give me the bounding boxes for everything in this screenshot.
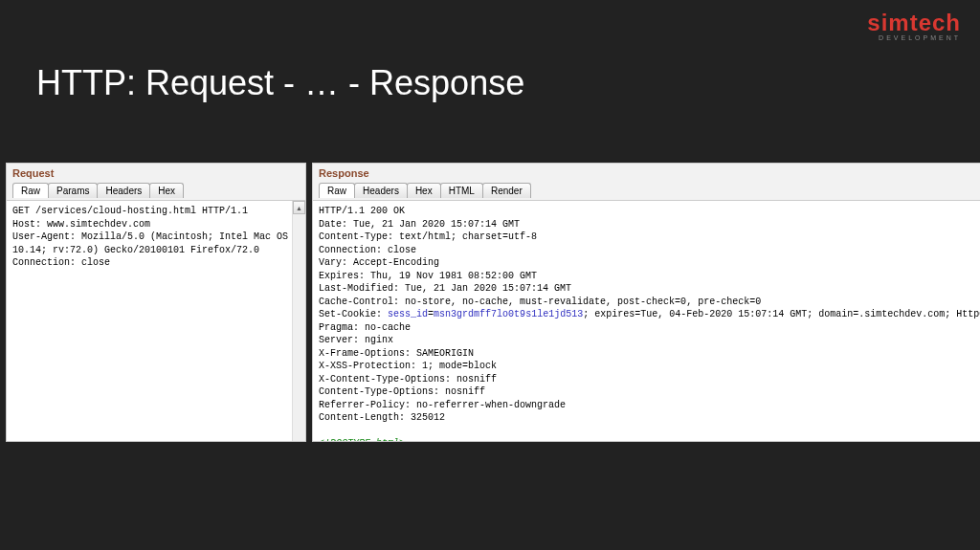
response-tabs: Raw Headers Hex HTML Render [319, 183, 980, 198]
res-line: Content-Type-Options: nosniff [319, 386, 485, 397]
req-line: User-Agent: Mozilla/5.0 (Macintosh; Inte… [12, 231, 300, 242]
res-line: Vary: Accept-Encoding [319, 257, 439, 268]
req-line: Host: www.simtechdev.com [12, 219, 150, 230]
response-tab-render[interactable]: Render [482, 183, 531, 198]
res-cookie-val: msn3grdmff7lo0t9s1le1jd513 [434, 309, 583, 319]
request-tab-headers[interactable]: Headers [97, 183, 150, 198]
panels-container: Request Raw Params Headers Hex GET /serv… [6, 163, 977, 442]
res-line: Content-Type: text/html; charset=utf-8 [319, 231, 537, 242]
request-tab-hex[interactable]: Hex [149, 183, 184, 198]
html-doctype: <!DOCTYPE html> [319, 438, 405, 441]
res-line: Content-Length: 325012 [319, 412, 445, 423]
res-cookie-key: sess_id [388, 309, 428, 319]
response-body-wrap: HTTP/1.1 200 OK Date: Tue, 21 Jan 2020 1… [313, 201, 980, 441]
request-tab-params[interactable]: Params [48, 183, 98, 198]
res-line: Last-Modified: Tue, 21 Jan 2020 15:07:14… [319, 283, 571, 294]
res-line: Referrer-Policy: no-referrer-when-downgr… [319, 400, 566, 410]
res-line: Cache-Control: no-store, no-cache, must-… [319, 297, 761, 307]
request-title: Request [12, 167, 300, 179]
res-line: Server: nginx [319, 335, 393, 345]
brand-logo: simtech DEVELOPMENT [867, 10, 961, 41]
request-tab-raw[interactable]: Raw [12, 183, 49, 198]
response-tab-raw[interactable]: Raw [319, 183, 355, 198]
req-line: Connection: close [12, 257, 110, 268]
res-line: X-Frame-Options: SAMEORIGIN [319, 348, 474, 359]
brand-name: simtech [867, 10, 961, 36]
res-cookie-pre: Set-Cookie: [319, 309, 388, 319]
res-line: Connection: close [319, 245, 416, 255]
res-cookie-post: ; expires=Tue, 04-Feb-2020 15:07:14 GMT;… [583, 309, 980, 319]
request-body-wrap: GET /services/cloud-hosting.html HTTP/1.… [7, 201, 305, 441]
response-title: Response [319, 167, 980, 179]
res-line: HTTP/1.1 200 OK [319, 206, 405, 216]
res-line: Date: Tue, 21 Jan 2020 15:07:14 GMT [319, 219, 520, 230]
response-body[interactable]: HTTP/1.1 200 OK Date: Tue, 21 Jan 2020 1… [313, 201, 980, 441]
res-line: X-Content-Type-Options: nosniff [319, 374, 497, 385]
request-header: Request Raw Params Headers Hex [7, 164, 305, 201]
brand-tagline: DEVELOPMENT [867, 34, 961, 41]
request-tabs: Raw Params Headers Hex [12, 183, 300, 198]
request-body[interactable]: GET /services/cloud-hosting.html HTTP/1.… [7, 201, 305, 441]
res-line: Pragma: no-cache [319, 322, 411, 333]
slide-title: HTTP: Request - … - Response [0, 0, 980, 103]
request-scrollbar[interactable]: ▲ [292, 201, 305, 441]
res-line: Expires: Thu, 19 Nov 1981 08:52:00 GMT [319, 271, 537, 281]
res-line: X-XSS-Protection: 1; mode=block [319, 361, 497, 371]
req-line: 10.14; rv:72.0) Gecko/20100101 Firefox/7… [12, 245, 259, 255]
scroll-up-icon[interactable]: ▲ [293, 201, 305, 214]
request-panel: Request Raw Params Headers Hex GET /serv… [6, 163, 306, 442]
response-panel: Response Raw Headers Hex HTML Render HTT… [312, 163, 980, 442]
response-tab-html[interactable]: HTML [440, 183, 483, 198]
req-line: GET /services/cloud-hosting.html HTTP/1.… [12, 206, 248, 216]
response-tab-headers[interactable]: Headers [354, 183, 408, 198]
response-tab-hex[interactable]: Hex [407, 183, 441, 198]
response-header: Response Raw Headers Hex HTML Render [313, 164, 980, 201]
